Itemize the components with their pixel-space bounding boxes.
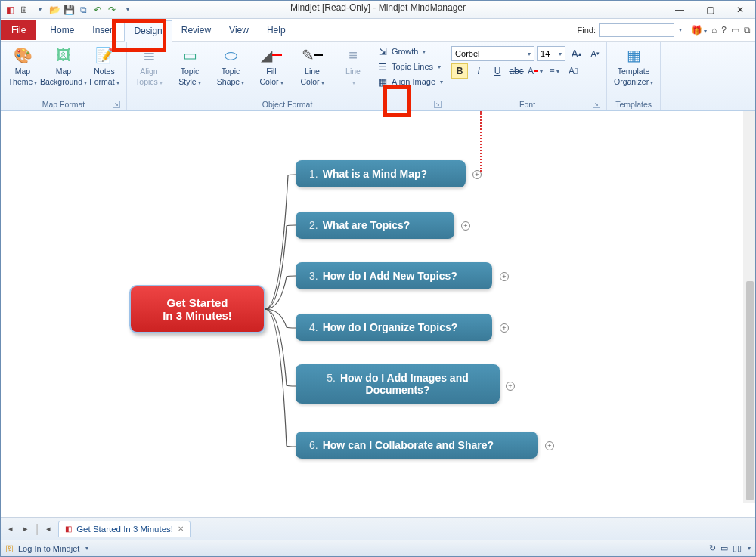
help-circle-icon[interactable]: ? (721, 25, 727, 36)
font-color-button[interactable]: A▾ (527, 63, 544, 79)
view-dropdown-icon[interactable]: ▾ (748, 545, 751, 552)
group-label-map-format: Map Format ↘ (4, 98, 123, 110)
font-size-combo[interactable]: 14▾ (537, 46, 565, 61)
key-icon: ⚿ (5, 544, 14, 553)
grow-font-button[interactable]: A▴ (568, 46, 584, 61)
login-dropdown-icon[interactable]: ▾ (85, 545, 88, 552)
expander-6[interactable]: + (545, 441, 554, 450)
topic-shape-button[interactable]: ⬭ Topic Shape▾ (212, 43, 249, 86)
template-organizer-button[interactable]: ▦ Template Organizer▾ (610, 43, 657, 86)
find-input[interactable] (599, 23, 674, 37)
align-icon: ≣ (138, 45, 160, 66)
topic-1[interactable]: 1.What is a Mind Map? (296, 160, 466, 187)
map-format-dialog-launcher[interactable]: ↘ (113, 101, 120, 108)
group-templates: ▦ Template Organizer▾ Templates (607, 42, 661, 110)
vertical-scrollbar[interactable] (743, 111, 755, 503)
italic-button[interactable]: I (470, 63, 487, 79)
maximize-button[interactable]: ▢ (695, 1, 725, 19)
growth-icon: ⇲ (376, 45, 389, 57)
refresh-icon[interactable]: ↻ (709, 543, 716, 553)
customize-qat-dropdown-icon[interactable]: ▾ (122, 4, 134, 16)
root-line1: Get Started (167, 296, 228, 309)
expander-1[interactable]: + (472, 170, 482, 179)
font-name-combo[interactable]: Corbel▾ (451, 46, 534, 61)
map-background-button[interactable]: 🖼 Map Background▾ (45, 43, 82, 86)
find-dropdown-icon[interactable]: ▾ (679, 26, 682, 33)
topic-5[interactable]: 5.How do I Add Images and Documents? (296, 364, 500, 404)
align-image-button[interactable]: ▦Align Image▾ (375, 75, 445, 88)
group-object-format: ≣ Align Topics▾ ▭ Topic Style▾ ⬭ Topic S… (127, 42, 448, 110)
tab-design[interactable]: Design (124, 20, 172, 42)
topic-4[interactable]: 4.How do I Organize Topics? (296, 314, 492, 341)
notes-icon: 📝 (94, 45, 115, 66)
find-zone: Find: ▾ (578, 23, 686, 37)
line-color-icon: ✎ (302, 45, 323, 66)
strikethrough-button[interactable]: abc (508, 63, 525, 79)
expander-2[interactable]: + (461, 221, 470, 231)
tab-insert[interactable]: Insert (83, 20, 124, 40)
fill-color-button[interactable]: ◢ Fill Color▾ (253, 43, 290, 86)
mindmap-canvas[interactable]: Get Started In 3 Minutes! 1.What is a Mi… (1, 111, 755, 515)
topic-style-icon: ▭ (179, 45, 200, 66)
tab-nav-first-icon[interactable]: ◂ (43, 524, 54, 534)
bold-button[interactable]: B (451, 63, 468, 79)
tab-review[interactable]: Review (172, 20, 220, 40)
nav-up-icon[interactable]: ⌂ (711, 25, 717, 36)
redo-icon[interactable]: ↷ (106, 4, 118, 16)
font-dialog-launcher[interactable]: ↘ (593, 101, 600, 108)
login-link[interactable]: Log In to Mindjet (18, 544, 79, 553)
expander-3[interactable]: + (500, 272, 509, 281)
image-icon: 🖼 (53, 45, 74, 66)
expander-4[interactable]: + (500, 323, 509, 333)
expand-ribbon-icon[interactable]: ⧉ (744, 25, 751, 36)
object-format-dialog-launcher[interactable]: ↘ (434, 101, 442, 108)
right-help-icons: 🎁▾ ⌂ ? ▭ ⧉ (686, 25, 755, 36)
root-topic[interactable]: Get Started In 3 Minutes! (129, 285, 265, 333)
topic-3[interactable]: 3.How do I Add New Topics? (296, 262, 492, 289)
tab-nav-left-icon[interactable]: ◂ (5, 524, 16, 534)
callout-dotted-line (480, 111, 482, 172)
tab-view[interactable]: View (220, 20, 258, 40)
undo-icon[interactable]: ↶ (91, 4, 104, 16)
view-icon-1[interactable]: ▭ (720, 543, 728, 553)
map-theme-button[interactable]: 🎨 Map Theme▾ (4, 43, 42, 86)
align-topics-button[interactable]: ≣ Align Topics▾ (130, 43, 168, 86)
topic-lines-button[interactable]: ☰Topic Lines▾ (375, 60, 445, 73)
open-icon[interactable]: 📂 (48, 4, 60, 16)
gift-icon[interactable]: 🎁▾ (691, 25, 707, 36)
underline-button[interactable]: U (489, 63, 506, 79)
app-icon: ◧ (4, 4, 16, 16)
notes-format-button[interactable]: 📝 Notes Format▾ (85, 43, 123, 86)
view-icon-2[interactable]: ▯▯ (733, 543, 742, 553)
align-left-button[interactable]: ≡▾ (546, 63, 562, 79)
topic-lines-icon: ☰ (376, 60, 389, 73)
tab-app-icon: ◧ (65, 525, 72, 533)
topic-style-button[interactable]: ▭ Topic Style▾ (171, 43, 209, 86)
ribbon-tabs: File Home Insert Design Review View Help… (1, 19, 755, 42)
tab-home[interactable]: Home (41, 20, 83, 40)
line-button[interactable]: ≡ Line ▾ (334, 43, 372, 86)
growth-button[interactable]: ⇲Growth▾ (375, 45, 445, 58)
topic-6[interactable]: 6.How can I Collaborate and Share? (296, 432, 538, 459)
close-tab-icon[interactable]: ✕ (178, 525, 184, 533)
file-tab[interactable]: File (1, 20, 36, 40)
topic-2[interactable]: 2.What are Topics? (296, 212, 454, 239)
save-icon[interactable]: 💾 (63, 4, 75, 16)
group-label-object-format: Object Format ↘ (130, 98, 445, 110)
close-button[interactable]: ✕ (725, 1, 755, 19)
minimize-button[interactable]: — (665, 1, 695, 19)
minimize-ribbon-icon[interactable]: ▭ (731, 25, 739, 36)
new-dropdown-icon[interactable]: ▾ (34, 4, 46, 16)
vertical-scroll-thumb[interactable] (746, 281, 754, 500)
document-tab[interactable]: ◧ Get Started In 3 Minutes! ✕ (58, 521, 191, 537)
new-icon[interactable]: 🗎 (18, 4, 30, 16)
document-tabbar: ◂ ▸ | ◂ ◧ Get Started In 3 Minutes! ✕ (1, 517, 755, 540)
tab-help[interactable]: Help (258, 20, 295, 40)
line-color-button[interactable]: ✎ Line Color▾ (293, 43, 331, 86)
mindmap-canvas-wrapper: Get Started In 3 Minutes! 1.What is a Mi… (1, 111, 755, 515)
clear-format-button[interactable]: A⃠ (565, 63, 581, 79)
tab-nav-right-icon[interactable]: ▸ (20, 524, 31, 534)
shrink-font-button[interactable]: A▾ (587, 46, 603, 61)
expander-5[interactable]: + (506, 382, 515, 391)
save-all-icon[interactable]: ⧉ (77, 4, 89, 16)
